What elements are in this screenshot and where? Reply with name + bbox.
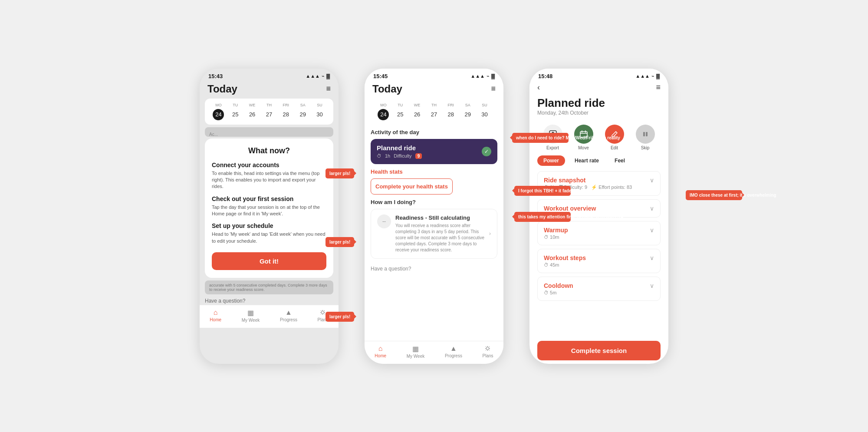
nav-progress-2[interactable]: ▲ Progress [445,345,462,359]
calendar-icon-1: ▦ [247,309,254,317]
hamburger-icon-1[interactable]: ≡ [326,84,331,93]
plans-icon-2: ⛭ [484,345,491,353]
ride-info: Planned ride ⏱ 1h Difficulty 9 [377,144,422,159]
cal-day-sa[interactable]: SA 29 [297,103,309,120]
how-doing-label: How am I doing? [371,199,497,205]
edit-icon [605,125,624,144]
annotation-verb-cta: this takes my attention first, because v… [514,212,571,222]
cal-day-mo[interactable]: MO 24 [213,103,224,120]
cal-day-we2[interactable]: WE 26 [411,103,423,120]
tab-feel[interactable]: Feel [608,155,631,166]
tab-heartrate[interactable]: Heart rate [569,155,605,166]
app-header-2: Today ≡ [365,81,503,99]
nav-home-1[interactable]: ⌂ Home [210,309,221,323]
ride-title: Planned ride [377,144,422,152]
section-connect: Connect your accounts [212,162,326,168]
health-stats-title: Health stats [371,168,497,175]
cooldown-section[interactable]: Cooldown ⏱ 5m ∨ [537,277,661,301]
got-it-button[interactable]: Got it! [212,252,326,270]
cal-day-sa2[interactable]: SA 29 [462,103,473,120]
cal-day-we[interactable]: WE 26 [247,103,258,120]
cal-day-fri[interactable]: FRI 28 [280,103,292,120]
wifi-icon-3: ⌁ [651,73,654,79]
warmup-chevron-icon: ∨ [650,227,654,234]
nav-myweek-2[interactable]: ▦ My Week [407,345,425,359]
grayed-section-1: Ac... [205,127,333,137]
section-schedule-text: Head to 'My week' and tap 'Edit week' wh… [212,231,326,244]
detail-subtitle: Monday, 24th October [537,110,661,116]
annotation-larger-3: larger pls! [326,312,354,322]
difficulty-badge: 9 [415,153,422,159]
cal-day-su2[interactable]: SU 30 [479,103,490,120]
nav-home-2[interactable]: ⌂ Home [375,345,386,359]
planned-ride-card[interactable]: Planned ride ⏱ 1h Difficulty 9 ✓ [371,139,497,164]
annotation-larger-2: larger pls! [326,237,354,247]
wifi-icon-1: ⌁ [322,73,325,79]
cal-day-tu[interactable]: TU 25 [230,103,241,120]
have-question-2: Have a question? [371,263,497,274]
warmup-section[interactable]: Warmup ⏱ 10m ∨ [537,221,661,245]
status-bar-2: 15:45 ▲▲▲ ⌁ ▓ [365,69,503,81]
readiness-content: Readiness - Still calculating You will r… [395,214,485,253]
detail-title: Planned ride [537,96,661,110]
readiness-text: You will receive a readiness score after… [395,223,485,253]
complete-health-button[interactable]: Complete your health stats [371,178,453,195]
readiness-card[interactable]: -- Readiness - Still calculating You wil… [371,209,497,259]
status-icons-2: ▲▲▲ ⌁ ▓ [470,73,495,79]
screen-content-2: Activity of the day Planned ride ⏱ 1h Di… [365,129,503,341]
workout-steps-header: Workout steps ⏱ 45m ∨ [544,254,654,267]
detail-header: ‹ ≡ [529,81,668,95]
edit-label: Edit [611,145,618,150]
nav-plans-2[interactable]: ⛭ Plans [483,345,493,359]
action-skip[interactable]: Skip [636,125,655,150]
menu-button-3[interactable]: ≡ [656,83,661,92]
back-button[interactable]: ‹ [537,83,540,92]
ride-snapshot-title: Ride snapshot [544,177,632,184]
complete-session-button[interactable]: Complete session [537,341,661,360]
nav-myweek-1[interactable]: ▦ My Week [242,309,260,323]
cal-day-th[interactable]: TH 27 [263,103,275,120]
modal-title: What now? [212,146,326,155]
app-title-1: Today [207,83,237,95]
cooldown-meta: ⏱ 5m [544,290,573,295]
workout-steps-section[interactable]: Workout steps ⏱ 45m ∨ [537,249,661,273]
hamburger-icon-2[interactable]: ≡ [491,84,496,93]
workout-steps-title: Workout steps [544,254,586,261]
cal-day-su[interactable]: SU 30 [314,103,325,120]
status-bar-1: 15:43 ▲▲▲ ⌁ ▓ [200,69,339,81]
section-session-text: Tap the day that your session is on at t… [212,204,326,218]
cal-day-mo2[interactable]: MO 24 [378,103,389,120]
battery-icon-3: ▓ [656,73,660,79]
phone2-wrapper: when do I need to ride? Mon/Wed/Fri/Sun … [365,69,503,364]
wifi-icon-2: ⌁ [487,73,490,79]
export-label: Export [546,145,559,150]
calendar-strip-2: MO 24 TU 25 WE 26 TH 27 FRI 28 [370,99,498,125]
section-schedule: Set up your schedule [212,222,326,229]
warmup-header: Warmup ⏱ 10m ∨ [544,227,654,240]
section-connect-text: To enable this, head into settings via t… [212,170,326,190]
skip-icon [636,125,655,144]
cal-day-th2[interactable]: TH 27 [428,103,440,120]
what-now-modal: What now? Connect your accounts To enabl… [205,139,333,278]
time-2: 15:45 [373,73,388,79]
progress-icon-2: ▲ [450,345,457,353]
svg-rect-3 [646,132,648,136]
signal-icon-1: ▲▲▲ [306,73,320,79]
progress-icon-1: ▲ [285,309,292,317]
section-session: Check out your first session [212,195,326,202]
bottom-nav-1: ⌂ Home ▦ My Week ▲ Progress ⛭ Plans [200,305,339,328]
phone1: 15:43 ▲▲▲ ⌁ ▓ Today ≡ MO 24 TU 25 [200,69,339,364]
workout-steps-meta: ⏱ 45m [544,262,586,267]
bottom-nav-2: ⌂ Home ▦ My Week ▲ Progress ⛭ Plans [365,341,503,364]
annotation-larger-1: larger pls! [326,168,354,178]
cal-day-tu2[interactable]: TU 25 [395,103,406,120]
activity-section: Activity of the day Planned ride ⏱ 1h Di… [371,129,497,164]
cooldown-title: Cooldown [544,282,573,289]
signal-icon-2: ▲▲▲ [470,73,485,79]
warmup-title: Warmup [544,227,568,234]
nav-progress-1[interactable]: ▲ Progress [280,309,297,323]
tab-power[interactable]: Power [537,155,565,166]
cal-day-fri2[interactable]: FRI 28 [445,103,457,120]
status-icons-3: ▲▲▲ ⌁ ▓ [635,73,660,79]
check-circle: ✓ [482,147,491,156]
